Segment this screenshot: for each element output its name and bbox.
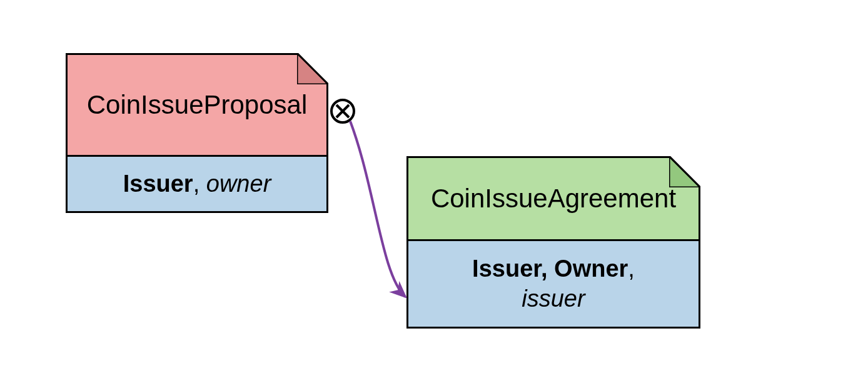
node-left-party-bold: Issuer: [123, 171, 193, 197]
dogear-icon: [669, 156, 700, 187]
node-right-party-sep: ,: [628, 255, 635, 282]
node-left-title: CoinIssueProposal: [87, 90, 308, 120]
node-right-title-box: CoinIssueAgreement: [408, 158, 699, 239]
dogear-icon: [297, 53, 328, 84]
circle-x-icon: [331, 100, 354, 122]
node-coinissueagreement: CoinIssueAgreement Issuer, Owner, issuer: [406, 156, 700, 329]
node-left-party-ital: owner: [206, 171, 271, 197]
diagram-canvas: CoinIssueProposal Issuer, owner CoinIssu…: [0, 0, 868, 391]
node-left-parties: Issuer, owner: [68, 155, 326, 211]
node-left-party-sep: ,: [193, 171, 206, 197]
svg-point-6: [331, 100, 354, 122]
node-left-title-box: CoinIssueProposal: [68, 55, 326, 155]
node-right-parties: Issuer, Owner, issuer: [408, 239, 699, 327]
node-coinissueproposal: CoinIssueProposal Issuer, owner: [66, 53, 328, 213]
svg-line-8: [336, 105, 349, 117]
node-right-title: CoinIssueAgreement: [431, 184, 676, 214]
svg-line-7: [336, 105, 349, 117]
node-right-party-bold: Issuer, Owner: [472, 255, 628, 282]
node-right-party-ital: issuer: [522, 285, 585, 312]
